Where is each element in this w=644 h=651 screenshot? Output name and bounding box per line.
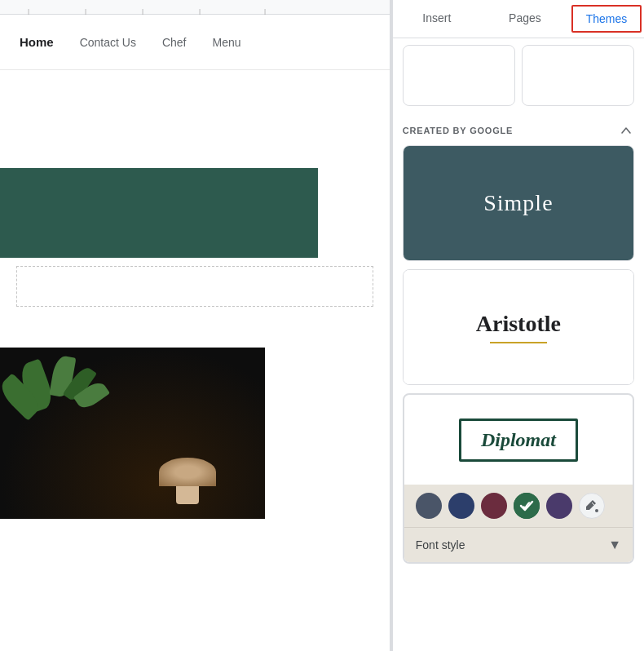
- simple-theme-label: Simple: [483, 190, 553, 216]
- color-swatches: [404, 485, 633, 527]
- dashed-placeholder: [16, 266, 373, 307]
- svg-point-1: [595, 509, 598, 512]
- diplomat-theme-label: Diplomat: [481, 429, 556, 450]
- small-theme-card-1[interactable]: [403, 45, 515, 106]
- aristotle-underline: [490, 342, 547, 343]
- chevron-up-icon: [620, 125, 632, 136]
- theme-card-simple[interactable]: Simple: [403, 145, 634, 261]
- mushroom-illustration: [159, 458, 216, 503]
- ruler: | | | | |: [0, 0, 390, 15]
- paint-bucket-icon: [584, 498, 599, 513]
- nav-contact-us[interactable]: Contact Us: [80, 36, 136, 49]
- ruler-mark: |: [199, 7, 201, 15]
- mushroom-stem: [176, 486, 199, 504]
- green-band: [0, 168, 318, 258]
- themes-sidebar: Insert Pages Themes CREATED BY GOOGLE: [392, 0, 644, 651]
- nav-home[interactable]: Home: [20, 35, 54, 49]
- created-by-google-header: CREATED BY GOOGLE: [393, 116, 644, 145]
- food-image: [0, 348, 265, 519]
- tab-themes-wrapper: Themes: [569, 0, 644, 38]
- nav-chef[interactable]: Chef: [162, 36, 187, 49]
- swatch-green[interactable]: [514, 493, 540, 519]
- svg-point-0: [514, 493, 540, 519]
- aristotle-theme-preview: Aristotle: [404, 270, 633, 384]
- diplomat-box: Diplomat: [459, 418, 578, 462]
- font-style-dropdown[interactable]: Font style ▼: [404, 527, 633, 562]
- font-style-label: Font style: [416, 538, 465, 551]
- swatch-navy[interactable]: [448, 493, 474, 519]
- ruler-mark: |: [85, 7, 86, 15]
- dropdown-arrow-icon: ▼: [608, 538, 621, 552]
- website-preview: | | | | | Home Contact Us Chef Menu: [0, 0, 390, 651]
- ruler-mark: |: [142, 7, 143, 15]
- top-theme-cards: [393, 38, 644, 116]
- mushroom-cap: [159, 458, 216, 486]
- nav-bar: Home Contact Us Chef Menu: [0, 15, 390, 70]
- ruler-mark: |: [264, 7, 266, 15]
- swatch-burgundy[interactable]: [481, 493, 507, 519]
- diplomat-theme-preview: Diplomat: [404, 395, 633, 485]
- small-theme-card-2[interactable]: [522, 45, 634, 106]
- tab-insert[interactable]: Insert: [393, 0, 481, 38]
- simple-theme-preview: Simple: [404, 146, 633, 260]
- tab-themes[interactable]: Themes: [571, 5, 642, 33]
- swatch-gray[interactable]: [416, 493, 442, 519]
- section-label: CREATED BY GOOGLE: [403, 126, 513, 135]
- swatch-custom-paint[interactable]: [579, 493, 605, 519]
- hero-section: [0, 70, 390, 168]
- theme-card-aristotle[interactable]: Aristotle: [403, 269, 634, 385]
- collapse-button[interactable]: [618, 122, 634, 139]
- aristotle-theme-label: Aristotle: [476, 311, 561, 337]
- selected-checkmark-icon: [514, 493, 540, 519]
- content-gap: [0, 266, 390, 348]
- nav-menu[interactable]: Menu: [213, 36, 241, 49]
- sidebar-content: CREATED BY GOOGLE Simple Aristotle: [393, 38, 644, 651]
- tab-pages[interactable]: Pages: [481, 0, 569, 38]
- ruler-mark: |: [28, 7, 29, 15]
- theme-card-diplomat[interactable]: Diplomat: [403, 393, 634, 564]
- greens-illustration: [16, 356, 114, 454]
- swatch-purple[interactable]: [546, 493, 572, 519]
- sidebar-tabs: Insert Pages Themes: [393, 0, 644, 38]
